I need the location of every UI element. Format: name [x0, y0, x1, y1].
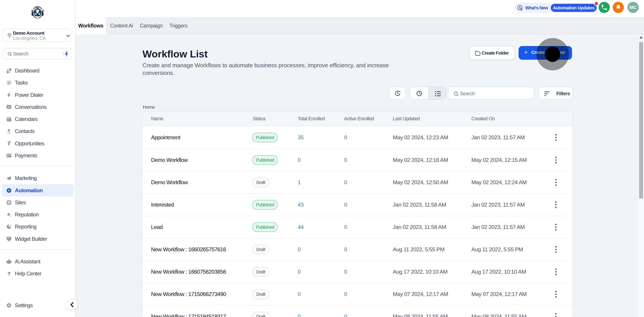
- svg-text:?: ?: [8, 271, 10, 276]
